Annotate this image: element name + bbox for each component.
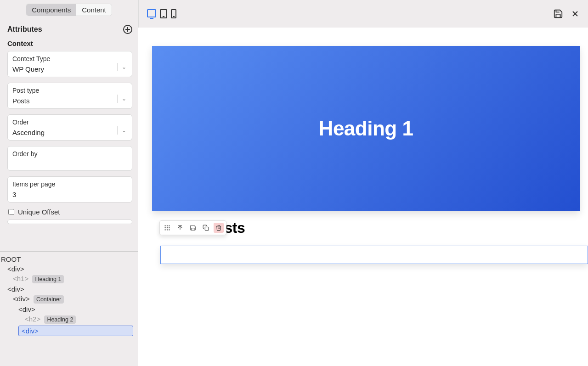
attributes-header: Attributes (7, 25, 132, 34)
chevron-down-icon[interactable]: ⌄ (117, 63, 127, 71)
tab-components[interactable]: Components (26, 4, 76, 16)
context-type-value: WP Query (12, 65, 127, 73)
hero-heading[interactable]: Heading 1 (319, 117, 413, 140)
tree-div-container[interactable]: <div> Container (0, 294, 138, 304)
chevron-down-icon[interactable]: ⌄ (117, 126, 127, 135)
svg-point-6 (167, 227, 168, 228)
unique-offset-checkbox[interactable] (8, 209, 14, 215)
device-icons (147, 9, 176, 18)
tab-content[interactable]: Content (76, 4, 112, 16)
latest-area: Latest Posts (160, 220, 588, 264)
post-type-value: Posts (12, 97, 127, 105)
duplicate-icon[interactable] (201, 223, 211, 233)
unique-offset-label: Unique Offset (18, 208, 60, 216)
post-type-field[interactable]: Post type Posts ⌄ (7, 83, 132, 109)
svg-rect-13 (205, 227, 209, 231)
tree-div-2[interactable]: <div> (0, 284, 138, 294)
save-block-icon[interactable] (188, 223, 198, 233)
field-cutoff (7, 220, 132, 224)
context-type-field[interactable]: Context Type WP Query ⌄ (7, 51, 132, 77)
tree-div-selected-row[interactable]: <div> (0, 325, 138, 337)
tree-h2[interactable]: <h2> Heading 2 (0, 314, 138, 325)
svg-point-2 (164, 225, 165, 226)
tree-div-selected[interactable]: <div> (18, 326, 133, 336)
element-tree: ROOT <div> <h1> Heading 1 <div> <div> Co… (0, 251, 138, 366)
tree-div-1[interactable]: <div> (0, 264, 138, 274)
right-area: Heading 1 (138, 0, 588, 366)
selected-empty-block[interactable] (160, 246, 588, 264)
add-attribute-button[interactable] (123, 25, 132, 34)
tree-root[interactable]: ROOT (0, 254, 138, 264)
order-value: Ascending (12, 129, 127, 136)
items-per-page-value: 3 (12, 191, 127, 198)
right-actions (553, 9, 580, 19)
tabs-wrap: Components Content (26, 4, 112, 16)
svg-point-8 (164, 229, 165, 230)
tree-div-container-tag: <div> (13, 295, 30, 303)
tree-h2-chip: Heading 2 (44, 315, 76, 324)
tree-h2-tag: <h2> (25, 315, 40, 323)
panel-tabs: Components Content (0, 0, 138, 20)
tree-h1-tag: <h1> (13, 275, 28, 282)
tree-h1-chip: Heading 1 (32, 275, 64, 283)
right-toolbar (138, 0, 588, 28)
drag-handle-icon[interactable] (162, 223, 172, 233)
block-toolbar (159, 220, 226, 235)
order-by-label: Order by (12, 150, 127, 158)
attributes-section: Attributes Context Context Type WP Query… (0, 20, 138, 251)
svg-point-3 (167, 225, 168, 226)
order-by-field[interactable]: Order by (7, 146, 132, 171)
items-per-page-label: Items per page (12, 180, 127, 188)
attributes-title: Attributes (7, 25, 42, 34)
left-panel: Components Content Attributes Context Co… (0, 0, 138, 366)
save-icon[interactable] (553, 9, 563, 19)
canvas-inner: Heading 1 (138, 28, 588, 264)
phone-icon[interactable] (171, 9, 176, 18)
svg-point-9 (167, 229, 168, 230)
desktop-icon[interactable] (147, 9, 156, 17)
tree-div-3[interactable]: <div> (0, 304, 138, 314)
tablet-icon[interactable] (160, 9, 167, 18)
unique-offset-row[interactable]: Unique Offset (8, 208, 131, 216)
select-parent-icon[interactable] (175, 223, 185, 233)
canvas[interactable]: Heading 1 (138, 28, 588, 366)
order-field[interactable]: Order Ascending ⌄ (7, 114, 132, 141)
svg-point-5 (164, 227, 165, 228)
tree-h1[interactable]: <h1> Heading 1 (0, 274, 138, 284)
delete-icon[interactable] (214, 223, 224, 233)
svg-point-4 (169, 225, 170, 226)
items-per-page-field[interactable]: Items per page 3 (7, 176, 132, 203)
order-label: Order (12, 118, 127, 126)
close-icon[interactable] (571, 9, 580, 18)
hero-block[interactable]: Heading 1 (152, 46, 580, 211)
post-type-label: Post type (12, 87, 127, 94)
svg-point-7 (169, 227, 170, 228)
context-type-label: Context Type (12, 55, 127, 62)
tree-container-chip: Container (34, 295, 64, 304)
svg-point-10 (169, 229, 170, 230)
context-heading: Context (7, 39, 132, 47)
chevron-down-icon[interactable]: ⌄ (117, 95, 127, 103)
